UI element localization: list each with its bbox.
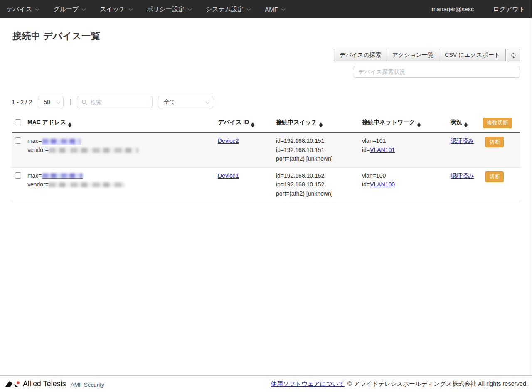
devices-table: MAC アドレス デバイス ID 接続中スイッチ 接続中ネットワーク 状況 複数…	[12, 114, 520, 202]
page-title: 接続中 デバイス一覧	[12, 30, 520, 42]
vlan-link[interactable]: VLAN100	[370, 181, 395, 188]
per-page-value: 50	[44, 99, 50, 105]
list-controls: 1 - 2 / 2 50 | 全て	[12, 96, 520, 108]
column-header-network[interactable]: 接続中ネットワーク	[359, 114, 447, 132]
product-name: AMF Security	[71, 382, 104, 388]
redacted-mac	[42, 139, 81, 144]
mac-cell: mac= vendor=	[24, 132, 214, 167]
nav-item-amf[interactable]: AMF	[265, 6, 285, 13]
table-row: mac= vendor= Device1 id=192.168.10.152 i…	[12, 167, 520, 202]
chevron-down-icon	[281, 7, 286, 11]
software-info-link[interactable]: 使用ソフトウェアについて	[271, 380, 345, 388]
redacted-vendor	[49, 148, 138, 153]
allied-telesis-logo	[5, 380, 20, 388]
refresh-icon	[510, 52, 517, 59]
chevron-down-icon	[35, 7, 39, 11]
copyright-text: © アライドテレシスホールディングス株式会社 All rights reserv…	[347, 380, 528, 388]
nav-item-switches[interactable]: スイッチ	[100, 5, 132, 13]
device-id-link[interactable]: Device1	[218, 172, 239, 179]
sort-icon	[251, 122, 254, 127]
column-header-device-id[interactable]: デバイス ID	[214, 114, 273, 132]
nav-item-label: スイッチ	[100, 5, 125, 13]
footer: Allied Telesis AMF Security 使用ソフトウェアについて…	[0, 375, 532, 392]
discover-status-input[interactable]	[353, 66, 520, 78]
column-header-switch[interactable]: 接続中スイッチ	[273, 114, 359, 132]
row-checkbox[interactable]	[15, 172, 21, 179]
logged-in-user: manager@sesc	[431, 6, 474, 12]
toolbar: デバイスの探索 アクション一覧 CSV にエクスポート	[12, 49, 520, 78]
sort-icon	[319, 122, 323, 127]
search-box	[77, 96, 153, 108]
sort-icon	[417, 122, 421, 127]
refresh-button[interactable]	[507, 49, 520, 61]
search-icon	[81, 99, 87, 105]
table-row: mac= vendor= Device2 id=192.168.10.151 i…	[12, 132, 520, 167]
action-list-button[interactable]: アクション一覧	[387, 49, 440, 61]
status-link[interactable]: 認証済み	[451, 137, 474, 144]
disconnect-button[interactable]: 切断	[485, 137, 504, 147]
redacted-vendor	[49, 182, 125, 187]
mac-address-link[interactable]	[42, 173, 83, 179]
status-link[interactable]: 認証済み	[451, 172, 474, 179]
mac-cell: mac= vendor=	[24, 167, 214, 202]
redacted-mac	[42, 173, 83, 178]
controls-divider: |	[70, 98, 71, 106]
nav-item-system-settings[interactable]: システム設定	[206, 5, 250, 13]
nav-item-policy-settings[interactable]: ポリシー設定	[147, 5, 191, 13]
chevron-down-icon	[82, 7, 86, 11]
search-input[interactable]	[90, 99, 148, 105]
column-header-mac[interactable]: MAC アドレス	[24, 114, 214, 132]
nav-menu: デバイス グループ スイッチ ポリシー設定 システム設定 AMF	[7, 5, 299, 13]
filter-select[interactable]: 全て	[158, 96, 213, 108]
device-id-cell: Device2	[214, 132, 273, 167]
row-checkbox[interactable]	[15, 137, 21, 144]
select-all-checkbox[interactable]	[15, 119, 21, 125]
per-page-select[interactable]: 50	[38, 96, 64, 108]
bulk-disconnect-button[interactable]: 複数切断	[483, 118, 512, 128]
chevron-down-icon	[206, 100, 210, 104]
table-header-row: MAC アドレス デバイス ID 接続中スイッチ 接続中ネットワーク 状況 複数…	[12, 114, 520, 132]
brand-name: Allied Telesis	[23, 380, 66, 388]
column-header-status[interactable]: 状況	[447, 114, 482, 132]
nav-item-label: システム設定	[206, 5, 244, 13]
device-id-link[interactable]: Device2	[218, 137, 239, 144]
chevron-down-icon	[56, 100, 60, 104]
disconnect-button[interactable]: 切断	[485, 172, 504, 182]
status-cell: 認証済み	[447, 132, 482, 167]
main-content: 接続中 デバイス一覧 デバイスの探索 アクション一覧 CSV にエクスポート 1…	[0, 30, 532, 202]
pagination-range: 1 - 2 / 2	[12, 99, 32, 105]
top-navbar: デバイス グループ スイッチ ポリシー設定 システム設定 AMF manager…	[0, 0, 532, 18]
status-cell: 認証済み	[447, 167, 482, 202]
mac-address-link[interactable]	[42, 139, 81, 144]
vlan-link[interactable]: VLAN101	[370, 147, 395, 153]
switch-cell: id=192.168.10.152 ip=192.168.10.152 port…	[273, 167, 359, 202]
filter-value: 全て	[164, 98, 175, 106]
nav-item-devices[interactable]: デバイス	[7, 5, 39, 13]
sort-icon	[68, 122, 71, 127]
chevron-down-icon	[247, 7, 251, 11]
switch-cell: id=192.168.10.151 ip=192.168.10.151 port…	[273, 132, 359, 167]
network-cell: vlan=101 id=VLAN101	[359, 132, 447, 167]
discover-devices-button[interactable]: デバイスの探索	[334, 49, 387, 61]
network-cell: vlan=100 id=VLAN100	[359, 167, 447, 202]
logout-button[interactable]: ログアウト	[493, 5, 525, 13]
chevron-down-icon	[128, 7, 133, 11]
export-csv-button[interactable]: CSV にエクスポート	[439, 49, 506, 61]
nav-item-label: グループ	[53, 5, 79, 13]
nav-item-label: AMF	[265, 6, 278, 13]
sort-icon	[464, 122, 468, 127]
nav-item-label: デバイス	[7, 5, 32, 13]
chevron-down-icon	[187, 7, 192, 11]
nav-item-groups[interactable]: グループ	[53, 5, 85, 13]
nav-item-label: ポリシー設定	[147, 5, 185, 13]
device-id-cell: Device1	[214, 167, 273, 202]
